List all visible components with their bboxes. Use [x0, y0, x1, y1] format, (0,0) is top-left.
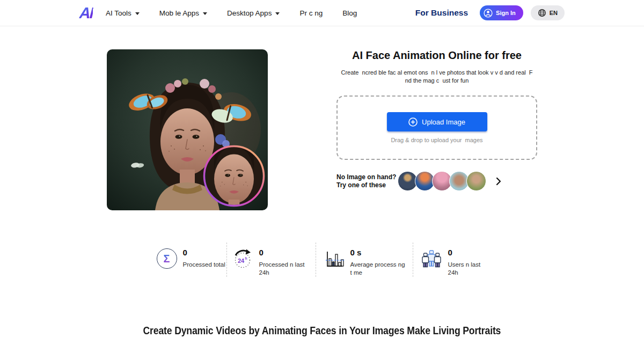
sample-avatars: [398, 171, 486, 191]
stat-processed-24h: 24 h 0 Processed n last 24h: [226, 243, 316, 277]
nav-item-label: Blog: [342, 9, 357, 17]
upload-dropzone[interactable]: Upload Image Drag & drop to upload your …: [336, 95, 537, 160]
chevron-down-icon: [275, 12, 280, 15]
users-icon: [421, 248, 442, 277]
sign-in-button[interactable]: Sign In: [480, 5, 523, 20]
chevron-down-icon: [203, 12, 207, 15]
plus-circle-icon: [408, 117, 418, 127]
stats-bar: Σ 0 Processed total 24 h 0 Processed n l…: [0, 243, 644, 277]
stat-value: 0: [448, 248, 488, 257]
sign-in-label: Sign In: [496, 10, 516, 16]
stat-value: 0 s: [350, 248, 405, 257]
samples-next-button[interactable]: [494, 176, 503, 187]
svg-text:h: h: [245, 256, 247, 260]
chevron-down-icon: [135, 12, 140, 15]
language-selector[interactable]: EN: [531, 5, 565, 20]
no-image-line1: No Image on hand?: [336, 173, 398, 181]
page-title: AI Face Animation Online for free: [336, 49, 537, 62]
hero-section: AI Face Animation Online for free Create…: [336, 49, 537, 191]
nav-item-ai-tools[interactable]: AI Tools: [106, 9, 140, 17]
portrait-artwork: [107, 49, 268, 210]
section-heading: Create Dynamic Videos by Animating Faces…: [0, 322, 644, 337]
nav-item-mobile-apps[interactable]: Mob le Apps: [159, 9, 207, 17]
svg-text:24: 24: [238, 258, 245, 264]
sample-images-row: No Image on hand? Try one of these: [336, 171, 537, 191]
app-logo[interactable]: AI: [79, 5, 93, 21]
sigma-icon: Σ: [157, 248, 177, 269]
stat-users-24h: 0 Users n last 24h: [413, 243, 488, 277]
stat-label: Average process ng t me: [350, 261, 405, 277]
clock-24h-icon: 24 h: [232, 248, 253, 277]
nav-right: For Business Sign In EN: [415, 5, 565, 20]
stat-label: Processed n last 24h: [259, 261, 316, 277]
language-label: EN: [550, 10, 558, 16]
drag-drop-hint: Drag & drop to upload your mages: [391, 137, 482, 143]
nav-item-desktop-apps[interactable]: Desktop Apps: [227, 9, 280, 17]
globe-icon: [538, 9, 546, 17]
sample-avatar[interactable]: [466, 171, 486, 191]
stat-label: Users n last 24h: [448, 261, 488, 277]
nav-item-label: Mob le Apps: [159, 9, 199, 17]
no-image-prompt: No Image on hand? Try one of these: [336, 173, 398, 189]
nav-item-label: AI Tools: [106, 9, 131, 17]
stat-processed-total: Σ 0 Processed total: [157, 243, 226, 277]
page: AI AI Tools Mob le Apps Desktop Apps Pr …: [0, 0, 644, 338]
stat-value: 0: [259, 248, 316, 257]
stat-value: 0: [183, 248, 225, 257]
section-heading-text: Create Dynamic Videos by Animating Faces…: [143, 324, 501, 337]
top-nav: AI AI Tools Mob le Apps Desktop Apps Pr …: [0, 0, 644, 26]
upload-image-button[interactable]: Upload Image: [387, 112, 487, 131]
chevron-right-icon: [495, 177, 502, 186]
hero-image: [107, 49, 268, 210]
nav-item-label: Pr c ng: [299, 9, 323, 17]
no-image-line2: Try one of these: [336, 181, 398, 189]
nav-item-label: Desktop Apps: [227, 9, 272, 17]
bar-chart-icon: [324, 248, 345, 277]
nav-item-pricing[interactable]: Pr c ng: [299, 9, 323, 17]
stat-average-time: 0 s Average process ng t me: [316, 243, 413, 277]
hero-subtitle: Create ncred ble fac al emot ons n l ve …: [336, 69, 537, 85]
stat-label: Processed total: [183, 261, 225, 269]
nav-item-blog[interactable]: Blog: [342, 9, 357, 17]
for-business-link[interactable]: For Business: [415, 8, 468, 18]
user-circle-icon: [484, 9, 493, 18]
nav-links: AI Tools Mob le Apps Desktop Apps Pr c n…: [106, 9, 357, 17]
upload-button-label: Upload Image: [422, 118, 465, 126]
